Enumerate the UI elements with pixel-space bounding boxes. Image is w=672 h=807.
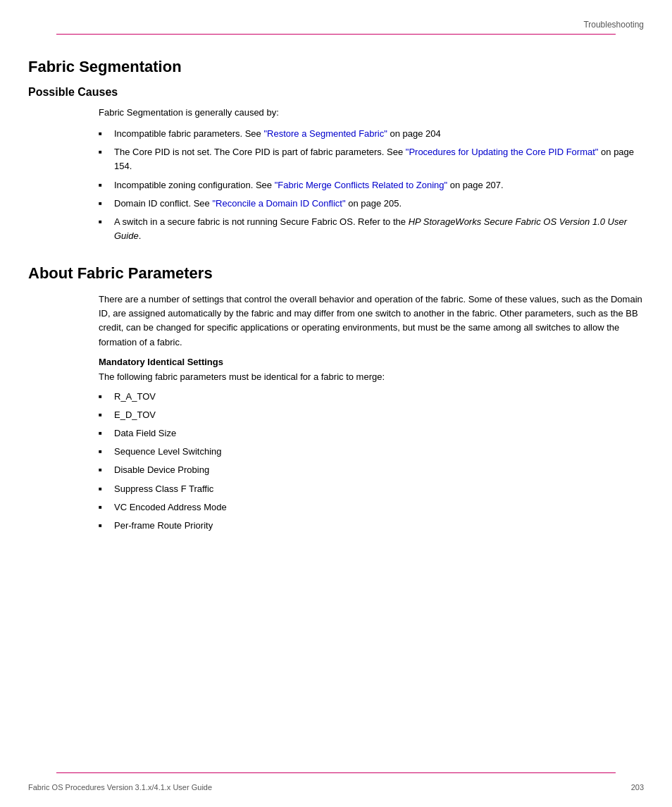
reconcile-domain-link[interactable]: "Reconcile a Domain ID Conflict" <box>212 198 345 209</box>
list-item: Domain ID conflict. See "Reconcile a Dom… <box>99 197 644 211</box>
fabric-segmentation-title: Fabric Segmentation <box>28 58 644 76</box>
list-item: Suppress Class F Traffic <box>99 482 644 496</box>
param-5: Disable Device Probing <box>114 464 209 475</box>
param-4: Sequence Level Switching <box>114 446 222 457</box>
bullet-text-3: Incompatible zoning configuration. See <box>114 180 275 190</box>
bullet-text-1: Incompatible fabric parameters. See <box>114 128 263 139</box>
possible-causes-subsection: Possible Causes Fabric Segmentation is g… <box>28 86 644 243</box>
footer-page-number: 203 <box>631 783 644 791</box>
restore-segmented-fabric-link[interactable]: "Restore a Segmented Fabric" <box>263 128 387 139</box>
list-item: R_A_TOV <box>99 390 644 404</box>
bullet-text-4: Domain ID conflict. See <box>114 198 212 209</box>
param-2: E_D_TOV <box>114 409 156 420</box>
param-6: Suppress Class F Traffic <box>114 483 213 494</box>
page-footer: Fabric OS Procedures Version 3.1.x/4.1.x… <box>0 783 672 791</box>
footer-left-text: Fabric OS Procedures Version 3.1.x/4.1.x… <box>28 783 212 791</box>
list-item: Data Field Size <box>99 426 644 441</box>
param-list: R_A_TOV E_D_TOV Data Field Size Sequence… <box>99 390 644 533</box>
list-item: Incompatible fabric parameters. See "Res… <box>99 127 644 141</box>
fabric-segmentation-section: Fabric Segmentation Possible Causes Fabr… <box>28 58 644 243</box>
top-rule <box>56 34 616 35</box>
possible-causes-list: Incompatible fabric parameters. See "Res… <box>99 127 644 243</box>
fabric-merge-link[interactable]: "Fabric Merge Conflicts Related to Zonin… <box>275 180 448 190</box>
about-fabric-parameters-title: About Fabric Parameters <box>28 264 644 283</box>
bullet-text-4b: on page 205. <box>346 198 402 209</box>
possible-causes-subtitle: Possible Causes <box>28 86 644 99</box>
bullet-text-5b: . <box>139 230 142 241</box>
page-container: Troubleshooting Fabric Segmentation Poss… <box>0 0 672 807</box>
list-item: E_D_TOV <box>99 408 644 422</box>
possible-causes-intro: Fabric Segmentation is generally caused … <box>99 106 644 120</box>
list-item: A switch in a secure fabric is not runni… <box>99 215 644 243</box>
about-fabric-description: There are a number of settings that cont… <box>99 292 644 350</box>
bullet-text-2: The Core PID is not set. The Core PID is… <box>114 147 406 157</box>
bullet-text-3b: on page 207. <box>447 180 504 190</box>
param-8: Per-frame Route Priority <box>114 520 213 531</box>
page-header: Troubleshooting <box>0 0 672 37</box>
bottom-rule <box>56 772 616 773</box>
about-fabric-parameters-section: About Fabric Parameters There are a numb… <box>28 264 644 533</box>
main-content: Fabric Segmentation Possible Causes Fabr… <box>0 37 672 596</box>
mandatory-settings-label: Mandatory Identical Settings <box>99 357 644 367</box>
list-item: The Core PID is not set. The Core PID is… <box>99 145 644 173</box>
core-pid-link[interactable]: "Procedures for Updating the Core PID Fo… <box>406 147 599 157</box>
header-section-name: Troubleshooting <box>583 20 644 30</box>
list-item: Per-frame Route Priority <box>99 519 644 533</box>
bullet-text-5: A switch in a secure fabric is not runni… <box>114 216 409 227</box>
list-item: Sequence Level Switching <box>99 445 644 459</box>
list-item: Disable Device Probing <box>99 463 644 477</box>
list-item: VC Encoded Address Mode <box>99 500 644 515</box>
param-1: R_A_TOV <box>114 391 156 402</box>
param-3: Data Field Size <box>114 428 176 438</box>
param-7: VC Encoded Address Mode <box>114 502 227 512</box>
list-item: Incompatible zoning configuration. See "… <box>99 178 644 192</box>
bullet-text-1b: on page 204 <box>387 128 441 139</box>
mandatory-settings-desc: The following fabric parameters must be … <box>99 370 644 384</box>
